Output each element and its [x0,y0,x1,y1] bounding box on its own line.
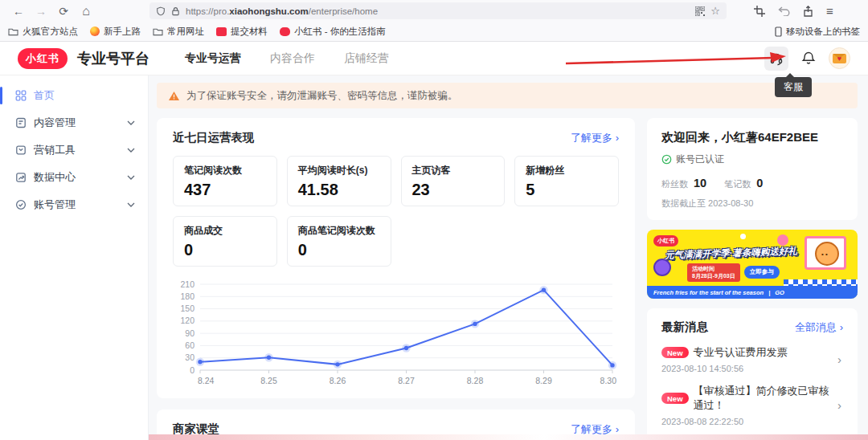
svg-text:150: 150 [180,304,194,313]
welcome-card: 欢迎回来，小红薯64EF2BEE 账号已认证 粉丝数10 笔记数0 数据截止至 … [647,118,858,220]
chevron-down-icon [127,120,135,125]
mobile-bookmarks[interactable]: 移动设备上的书签 [775,26,860,38]
lock-icon[interactable] [171,6,180,16]
promo-mascot [805,236,846,270]
phone-icon [775,26,782,37]
promo-cta-button[interactable]: 立即参与 [744,266,780,279]
notes-stat: 笔记数0 [724,176,763,190]
messages-title: 最新消息 [661,320,708,335]
chevron-right-icon: › [837,398,843,412]
promo-blob [653,259,671,276]
envelope-avatar-icon: ♥ [833,54,846,63]
browser-back-button[interactable]: ← [10,5,27,18]
verified-label: 账号已认证 [676,153,724,166]
undo-arrow-icon[interactable] [778,6,790,16]
svg-text:8.29: 8.29 [535,376,552,385]
performance-card: 近七日运营表现 了解更多 › 笔记阅读次数 437 平均阅读时长(s) 41.5… [157,118,635,398]
sidebar-item-marketing[interactable]: 营销工具 [0,136,148,164]
account-check-icon [15,199,27,210]
promo-banner[interactable]: 小红书 元气满满开学季·薯条嗨购送好礼 活动时间8月28日-9月03日 立即参与… [647,230,858,299]
sidebar-item-home[interactable]: 首页 [0,82,148,109]
chevron-right-icon: › [616,132,619,144]
svg-text:210: 210 [180,279,194,289]
performance-line-chart: 03060901201501802108.248.258.268.278.288… [173,276,619,390]
svg-text:30: 30 [185,352,194,362]
chevron-right-icon: › [616,423,619,435]
browser-forward-button[interactable]: → [32,5,50,18]
nav-tab-shop[interactable]: 店铺经营 [344,51,389,66]
all-messages-link[interactable]: 全部消息 › [795,320,843,335]
chevron-down-icon [127,148,135,153]
svg-text:90: 90 [185,328,194,338]
nav-tab-operation[interactable]: 专业号运营 [185,51,241,66]
promo-logo: 小红书 [653,235,678,246]
svg-text:8.25: 8.25 [260,376,277,385]
grid-icon [15,90,27,101]
browser-reload-button[interactable]: ⟳ [55,5,72,18]
menu-hamburger-icon[interactable]: ≡ [826,4,833,18]
svg-text:8.26: 8.26 [330,376,346,385]
url-text: https://pro.xiaohongshu.com/enterprise/h… [186,6,690,16]
bookmark-star-icon[interactable]: ☆ [710,5,720,17]
promo-time: 活动时间8月28日-9月03日 [687,263,740,282]
stats-grid: 笔记阅读次数 437 平均阅读时长(s) 41.58 主页访客 23 新增粉 [173,156,619,267]
stat-note-reads: 笔记阅读次数 437 [173,156,277,206]
performance-more-link[interactable]: 了解更多 › [571,131,619,145]
stat-home-visitors: 主页访客 23 [401,156,506,206]
content-area: 为了保证账号安全，请勿泄漏账号、密码等信息，谨防被骗。 近七日运营表现 了解更多… [149,75,868,440]
chart-icon [15,172,27,183]
user-avatar[interactable]: ♥ [829,47,850,69]
verified-check-icon [661,154,672,165]
chevron-right-icon: › [840,321,843,333]
warning-text: 为了保证账号安全，请勿泄漏账号、密码等信息，谨防被骗。 [186,89,458,103]
messages-card: 最新消息 全部消息 › New专业号认证费用发票 2023-08-10 14:5… [647,308,858,440]
stat-new-followers: 新增粉丝 5 [514,156,619,206]
screenshot-crop-icon[interactable] [754,6,765,17]
bookmark-item[interactable]: 提交材料 [216,26,268,38]
stat-product-note-reads: 商品笔记阅读次数 0 [287,216,391,267]
document-icon [15,117,27,128]
nav-tab-content-coop[interactable]: 内容合作 [270,51,315,66]
app-header: 小红书 专业号平台 专业号运营 内容合作 店铺经营 ♥ 客服 [0,42,868,75]
sidebar-item-account[interactable]: 账号管理 [0,191,148,218]
top-nav: 专业号运营 内容合作 店铺经营 [185,51,389,66]
new-badge: New [661,347,689,358]
customer-service-button[interactable] [764,47,788,71]
svg-text:8.30: 8.30 [600,376,617,385]
xiaohongshu-logo[interactable]: 小红书 [18,48,68,69]
firefox-icon [90,26,100,36]
svg-text:0: 0 [190,365,194,375]
folder-icon [153,27,163,36]
sidebar-item-content[interactable]: 内容管理 [0,109,148,136]
headset-icon [769,51,784,66]
bookmark-item[interactable]: 小红书 - 你的生活指南 [280,26,386,38]
browser-home-button[interactable]: ⌂ [77,4,95,18]
share-icon[interactable] [803,6,813,17]
warning-icon [168,91,180,101]
stat-avg-read-time: 平均阅读时长(s) 41.58 [287,156,391,206]
svg-text:180: 180 [180,291,194,301]
address-bar[interactable]: https://pro.xiaohongshu.com/enterprise/h… [149,2,727,19]
message-item[interactable]: New专业号认证费用发票 2023-08-10 14:50:56 › [661,345,843,373]
notification-bell-icon[interactable] [801,51,816,66]
bookmark-item[interactable]: 新手上路 [90,26,141,38]
platform-title: 专业号平台 [77,49,149,68]
tool-icon [15,145,27,156]
bottom-banner-strip [149,434,868,440]
svg-text:60: 60 [185,340,194,350]
site-favicon [216,27,227,36]
svg-text:8.27: 8.27 [398,376,415,385]
data-until-label: 数据截止至 2023-08-30 [661,198,843,210]
chevron-right-icon: › [837,352,843,366]
shield-icon[interactable] [156,6,166,16]
customer-service-tooltip: 客服 [775,77,812,97]
chevron-down-icon [127,202,135,207]
bookmark-item[interactable]: 常用网址 [153,26,204,38]
message-item[interactable]: New【审核通过】简介修改已审核通过！ 2023-08-08 22:22:50 … [661,384,843,426]
promo-title: 元气满满开学季·薯条嗨购送好礼 [665,245,797,262]
qr-code-icon[interactable] [695,6,705,16]
sidebar-item-data[interactable]: 数据中心 [0,164,148,191]
bookmark-item[interactable]: 火狐官方站点 [8,26,78,38]
svg-text:8.24: 8.24 [198,376,215,385]
bookmarks-bar: 火狐官方站点 新手上路 常用网址 提交材料 小红书 - 你的生活指南 移动设备上… [0,22,868,42]
